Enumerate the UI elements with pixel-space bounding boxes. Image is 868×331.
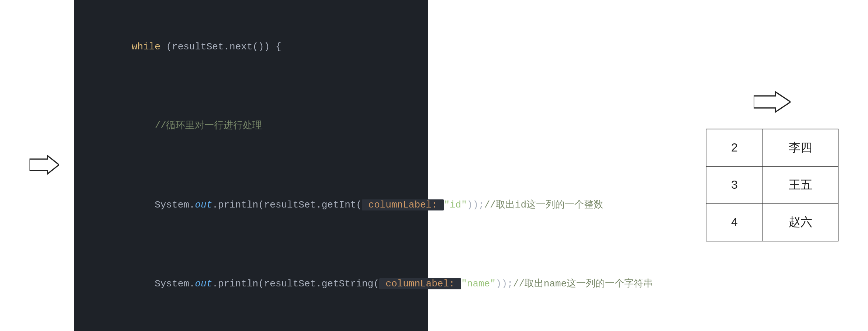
main-container: // 遍历结果集合 while (resultSet.next()) { //循… — [0, 0, 868, 331]
table-cell-id-1: 2 — [706, 129, 763, 167]
table-cell-name-3: 赵六 — [763, 203, 838, 241]
keyword-while: while — [132, 41, 160, 52]
comment-2: //循环里对一行进行处理 — [132, 120, 262, 131]
left-arrow — [30, 154, 59, 177]
data-table: 2 李四 3 王五 4 赵六 — [706, 129, 838, 241]
table-cell-name-2: 王五 — [763, 166, 838, 203]
code-line-4: System.out.println(resultSet.getInt( col… — [86, 181, 416, 229]
right-section: 2 李四 3 王五 4 赵六 — [706, 90, 838, 241]
table-cell-id-2: 3 — [706, 166, 763, 203]
table-row: 4 赵六 — [706, 203, 838, 241]
table-row: 2 李四 — [706, 129, 838, 167]
code-line-3: //循环里对一行进行处理 — [86, 102, 416, 150]
left-section: // 遍历结果集合 while (resultSet.next()) { //循… — [30, 0, 428, 331]
table-cell-id-3: 4 — [706, 203, 763, 241]
code-line-2: while (resultSet.next()) { — [86, 23, 416, 71]
code-line-5: System.out.println(resultSet.getString( … — [86, 260, 416, 308]
top-arrow — [754, 90, 791, 114]
table-cell-name-1: 李四 — [763, 129, 838, 167]
code-block: // 遍历结果集合 while (resultSet.next()) { //循… — [74, 0, 428, 331]
table-row: 3 王五 — [706, 166, 838, 203]
svg-marker-0 — [30, 156, 59, 174]
svg-marker-1 — [754, 92, 791, 112]
top-arrow-container — [706, 90, 838, 114]
